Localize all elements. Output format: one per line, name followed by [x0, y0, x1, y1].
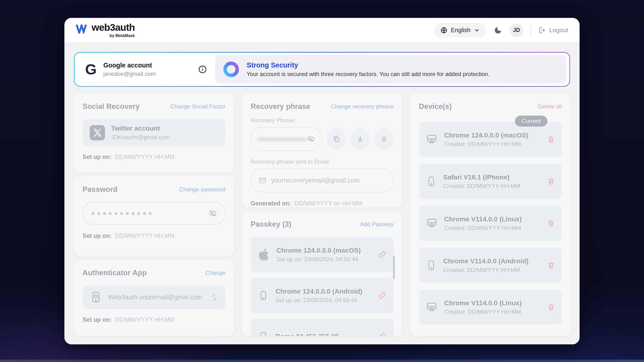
- recovery-email-field[interactable]: yourrecoveryemail@gmail.com: [251, 168, 394, 192]
- device-row: Chrome V114.0.0 (Linux) Created: DD/MM/Y…: [419, 206, 562, 241]
- password-setup-date: Set up on: DD/MM/YYYY HH:MM: [82, 232, 226, 239]
- recovery-email-label: Recovery phrase sent to Email: [251, 158, 394, 165]
- security-status-title: Strong Security: [247, 61, 490, 69]
- passkey-title: Passkey (3): [251, 220, 292, 229]
- device-name: Chrome V114.0.0 (Android): [443, 257, 528, 265]
- twitter-account-row: Twitter account JDKmurthi@gmail.com: [82, 119, 226, 146]
- scrollbar-thumb[interactable]: [393, 256, 395, 279]
- change-password-link[interactable]: Change password: [179, 186, 226, 193]
- download-phrase-button[interactable]: [350, 127, 370, 150]
- avatar[interactable]: JD: [510, 23, 523, 37]
- twitter-account-name: Twitter account: [111, 125, 170, 132]
- smartphone-icon: [426, 176, 437, 187]
- app-card: web3auth by MetaMask English JD: [64, 18, 580, 344]
- devices-title: Device(s): [419, 102, 452, 111]
- change-authenticator-link[interactable]: Change: [205, 270, 226, 276]
- eye-off-icon[interactable]: [209, 209, 217, 217]
- unlink-icon[interactable]: [210, 293, 218, 301]
- link-icon[interactable]: [378, 291, 386, 300]
- passkey-row: Chrome 124.0.0.0 (macOS) Set up on: 23/0…: [251, 237, 394, 272]
- trash-icon[interactable]: [547, 135, 555, 143]
- authenticator-setup-date: Set up on: DD/MM/YYYY HH:MM: [82, 316, 226, 323]
- dark-mode-toggle-moon-icon[interactable]: [494, 26, 502, 34]
- change-social-factor-link[interactable]: Change Social Factor: [170, 103, 226, 110]
- password-card: Password Change password ●●●●●●●●●●● Set…: [74, 177, 234, 256]
- google-icon: G: [85, 62, 96, 77]
- eye-off-icon[interactable]: [307, 135, 315, 143]
- passkey-row: Chrome 124.0.0.0 (Android) Set up on: 23…: [251, 278, 394, 313]
- passkey-meta: Set up on: 23/05/2024, 04:55:44: [276, 256, 361, 263]
- password-title: Password: [82, 185, 117, 194]
- authenticator-account: Web3auth-youremail@gmal.com: [108, 294, 202, 301]
- delete-phrase-button[interactable]: [374, 127, 394, 150]
- social-recovery-card: Social Recovery Change Social Factor Twi…: [74, 94, 234, 172]
- info-icon[interactable]: [198, 65, 207, 74]
- passkey-list: Chrome 124.0.0.0 (macOS) Set up on: 23/0…: [251, 237, 394, 336]
- logout-icon: [538, 26, 546, 34]
- logout-label: Logout: [549, 26, 568, 34]
- chevron-down-icon: [474, 27, 480, 33]
- brand-byline: by MetaMask: [110, 34, 135, 38]
- link-icon[interactable]: [378, 250, 386, 259]
- recovery-phrase-field[interactable]: ●●●●●●●●●●●●●●: [251, 127, 322, 151]
- device-row: Safari V16.1 (iPhone) Created: DD/MM/YYY…: [419, 164, 562, 199]
- copy-icon: [332, 135, 340, 143]
- device-meta: Created: DD/MM/YYY HH:MM: [443, 267, 528, 273]
- download-icon: [356, 135, 364, 143]
- recovery-phrase-card: Recovery phrase Change recovery phrase R…: [242, 94, 402, 207]
- connected-account: G Google account janedoe@gmail.com: [75, 53, 215, 86]
- passkey-name: Rome 24.456.355.98: [276, 333, 339, 336]
- desktop-icon: [426, 301, 438, 313]
- device-row: Chrome V114.0.0 (Android) Created: DD/MM…: [419, 248, 562, 283]
- trash-icon[interactable]: [547, 219, 555, 227]
- password-field[interactable]: ●●●●●●●●●●●: [82, 202, 226, 225]
- security-status-description: Your account is secured with three recov…: [247, 71, 490, 77]
- desktop-icon: [426, 217, 438, 230]
- authenticator-card: Authenticator App Change Web3auth-yourem…: [74, 260, 234, 336]
- account-email: janedoe@gmail.com: [103, 70, 156, 77]
- security-status-panel: Strong Security Your account is secured …: [215, 55, 566, 84]
- trash-icon: [380, 135, 388, 143]
- account-security-banner: G Google account janedoe@gmail.com: [74, 52, 570, 87]
- trash-icon[interactable]: [547, 177, 555, 185]
- device-name: Chrome 124.0.0.0 (macOS): [444, 132, 528, 139]
- recovery-phrase-title: Recovery phrase: [251, 102, 310, 111]
- globe-icon: [440, 27, 448, 34]
- trash-icon[interactable]: [547, 303, 555, 311]
- smartphone-icon: [258, 290, 269, 301]
- passkey-row: Rome 24.456.355.98: [251, 319, 394, 336]
- language-label: English: [451, 27, 470, 34]
- security-ring-icon: [222, 60, 240, 79]
- factors-grid: Social Recovery Change Social Factor Twi…: [74, 94, 570, 336]
- recovery-phrase-masked: ●●●●●●●●●●●●●●: [258, 135, 307, 143]
- header-actions: English JD Logout: [434, 23, 568, 38]
- copy-phrase-button[interactable]: [327, 127, 346, 150]
- passkey-name: Chrome 124.0.0.0 (macOS): [276, 247, 361, 254]
- device-meta: Created: DD/MM/YYY HH:MM: [443, 183, 520, 189]
- change-recovery-phrase-link[interactable]: Change recovery phrase: [331, 103, 394, 110]
- page: { "header": { "brand": {"name": "web3aut…: [0, 0, 644, 362]
- dashboard-body: G Google account janedoe@gmail.com: [64, 42, 580, 344]
- brand-name: web3auth: [92, 23, 135, 32]
- device-list: Current Chrome 124.0.0.0 (macOS) Created…: [419, 122, 562, 325]
- recovery-generated-date: Generated on: DD/MM/YYYY on HH:MM: [251, 200, 394, 207]
- password-masked-value: ●●●●●●●●●●●: [91, 210, 154, 217]
- apple-icon: [258, 249, 270, 261]
- social-recovery-title: Social Recovery: [82, 102, 140, 111]
- account-provider: Google account: [103, 62, 156, 69]
- trash-icon[interactable]: [547, 261, 555, 269]
- desktop-icon: [426, 133, 438, 146]
- delete-all-link[interactable]: Delete all: [538, 103, 562, 110]
- authenticator-row: Web3auth-youremail@gmal.com: [82, 285, 226, 309]
- device-name: Chrome V114.0.0 (Linux): [444, 299, 522, 307]
- current-device-badge: Current: [515, 116, 548, 127]
- device-name: Chrome V114.0.0 (Linux): [444, 215, 522, 223]
- device-meta: Created: DD/MM/YYY HH:MM: [444, 225, 522, 231]
- phone-pin-icon: [90, 291, 102, 303]
- passkey-meta: Set up on: 23/05/2024, 04:55:44: [276, 297, 362, 304]
- logout-button[interactable]: Logout: [538, 26, 568, 34]
- recovery-email-value: yourrecoveryemail@gmail.com: [271, 177, 360, 184]
- language-selector[interactable]: English: [434, 23, 486, 38]
- link-icon[interactable]: [378, 332, 386, 336]
- add-passkey-link[interactable]: Add Passkey: [360, 221, 394, 228]
